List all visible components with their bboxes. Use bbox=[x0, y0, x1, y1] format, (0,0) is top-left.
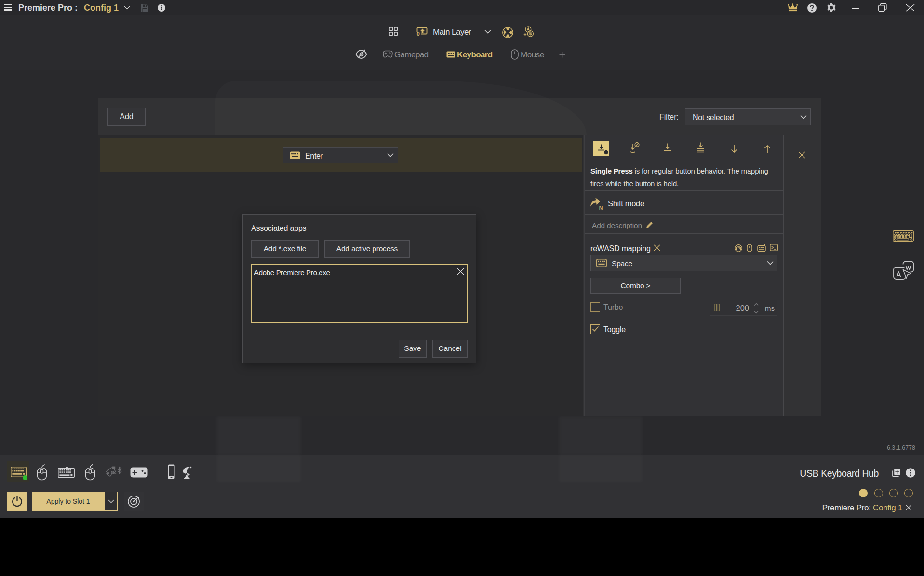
svg-text:N: N bbox=[599, 205, 603, 210]
svg-text:0: 0 bbox=[416, 31, 419, 36]
